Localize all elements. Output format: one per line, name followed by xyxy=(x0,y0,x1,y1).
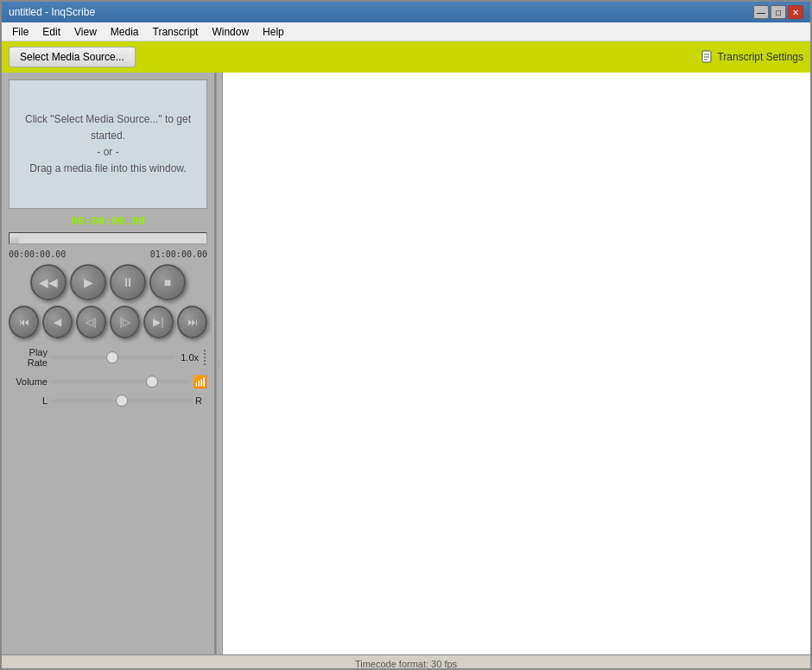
transport-controls-row2: ⏮ ◀ ◁| |▷ ▶| ⏭ xyxy=(9,306,207,338)
window-title: untitled - InqScribe xyxy=(9,6,95,18)
menu-window[interactable]: Window xyxy=(205,24,256,40)
timecode-display: 00:00:00.00 xyxy=(9,214,207,227)
play-rate-slider[interactable] xyxy=(51,356,174,359)
progress-bar[interactable] xyxy=(9,232,207,244)
rewind-button[interactable]: ◀◀ xyxy=(30,264,67,300)
pan-right-label: R xyxy=(195,395,207,406)
slider-section: Play Rate 1.0x Volume 📶 L R xyxy=(9,344,207,409)
video-area: Click "Select Media Source..." to get st… xyxy=(9,79,207,209)
transcript-area[interactable] xyxy=(223,73,810,654)
document-icon xyxy=(701,50,714,64)
menu-view[interactable]: View xyxy=(67,24,104,40)
video-placeholder-or: - or - xyxy=(97,146,118,158)
window-controls: — □ ✕ xyxy=(753,5,803,19)
pan-left-label: L xyxy=(9,395,48,406)
time-end: 01:00:00.00 xyxy=(150,250,207,259)
left-panel: Click "Select Media Source..." to get st… xyxy=(2,73,216,654)
progress-bar-fill xyxy=(10,233,19,243)
play-rate-row: Play Rate 1.0x xyxy=(9,347,207,368)
transport-controls-row1: ◀◀ ▶ ⏸ ■ xyxy=(9,264,207,300)
toolbar: Select Media Source... Transcript Settin… xyxy=(2,41,810,73)
frame-back-button[interactable]: ◁| xyxy=(76,306,106,338)
title-bar: untitled - InqScribe — □ ✕ xyxy=(2,2,810,22)
video-placeholder: Click "Select Media Source..." to get st… xyxy=(18,111,198,178)
minimize-button[interactable]: — xyxy=(753,5,769,19)
right-panel xyxy=(223,73,810,654)
menu-edit[interactable]: Edit xyxy=(35,24,67,40)
time-start: 00:00:00.00 xyxy=(9,250,66,259)
rewind-slow-button[interactable]: ◀ xyxy=(42,306,73,338)
transcript-settings-button[interactable]: Transcript Settings xyxy=(701,50,803,64)
frame-forward-button[interactable]: |▷ xyxy=(110,306,140,338)
select-media-button[interactable]: Select Media Source... xyxy=(9,47,136,67)
close-button[interactable]: ✕ xyxy=(788,5,803,19)
menu-bar: File Edit View Media Transcript Window H… xyxy=(2,22,810,41)
volume-icon: 📶 xyxy=(193,375,207,389)
pan-row: L R xyxy=(9,395,207,406)
step-forward-button[interactable]: ▶| xyxy=(143,306,174,338)
progress-bar-times: 00:00:00.00 01:00:00.00 xyxy=(9,250,207,259)
play-button[interactable]: ▶ xyxy=(70,264,106,300)
menu-file[interactable]: File xyxy=(5,24,35,40)
stop-button[interactable]: ■ xyxy=(149,264,186,300)
skip-forward-button[interactable]: ⏭ xyxy=(177,306,207,338)
video-placeholder-line1: Click "Select Media Source..." to get st… xyxy=(25,113,191,142)
video-placeholder-drag: Drag a media file into this window. xyxy=(29,162,186,174)
maximize-button[interactable]: □ xyxy=(771,5,786,19)
pan-slider[interactable] xyxy=(51,399,192,402)
status-text: Timecode format: 30 fps xyxy=(355,659,457,669)
volume-row: Volume 📶 xyxy=(9,375,207,389)
main-layout: Click "Select Media Source..." to get st… xyxy=(2,73,810,654)
play-rate-value: 1.0x xyxy=(177,352,199,363)
play-rate-dots-icon xyxy=(202,350,207,365)
skip-back-button[interactable]: ⏮ xyxy=(9,306,39,338)
volume-label: Volume xyxy=(9,376,48,387)
menu-media[interactable]: Media xyxy=(104,24,146,40)
menu-help[interactable]: Help xyxy=(256,24,291,40)
status-bar: Timecode format: 30 fps xyxy=(2,654,810,670)
pause-button[interactable]: ⏸ xyxy=(110,264,146,300)
play-rate-label: Play Rate xyxy=(9,347,48,368)
transcript-settings-label: Transcript Settings xyxy=(717,51,803,63)
panel-divider[interactable]: ⋮ xyxy=(216,73,223,654)
volume-slider[interactable] xyxy=(51,380,189,383)
menu-transcript[interactable]: Transcript xyxy=(146,24,206,40)
